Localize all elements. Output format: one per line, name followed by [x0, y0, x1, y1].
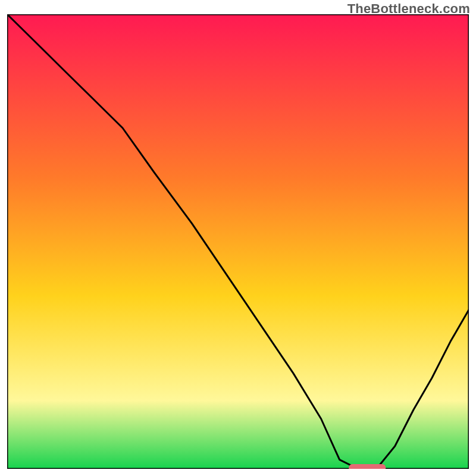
- chart-svg: [7, 14, 469, 469]
- chart-plot: [7, 14, 469, 469]
- min-marker: [349, 464, 386, 469]
- chart-frame: TheBottleneck.com: [0, 0, 476, 476]
